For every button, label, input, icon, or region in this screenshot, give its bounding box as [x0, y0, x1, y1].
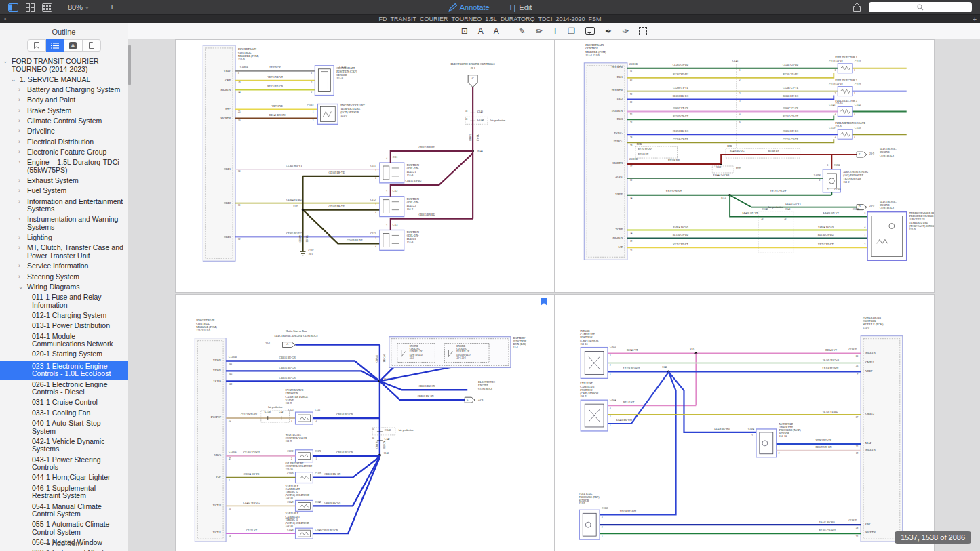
text-icon[interactable]: T: [553, 27, 557, 35]
svg-text:RE456 BU-OG: RE456 BU-OG: [638, 148, 652, 151]
outline-node[interactable]: ›Brake System: [0, 107, 128, 115]
outline-node[interactable]: ›Information and Entertainment Systems: [0, 198, 128, 213]
chevron-right-icon[interactable]: ›: [18, 96, 20, 104]
chevron-right-icon[interactable]: ›: [18, 117, 20, 125]
outline-diagram-item[interactable]: 026-1 Electronic Engine Controls - Diese…: [0, 381, 128, 396]
select-icon[interactable]: [639, 27, 647, 35]
chevron-down-icon[interactable]: ⌄: [11, 76, 16, 84]
outline-node[interactable]: ›Service Information: [0, 262, 128, 270]
pages-tab[interactable]: [83, 39, 101, 52]
chevron-right-icon[interactable]: ›: [18, 244, 20, 252]
svg-text:S143: S143: [293, 205, 298, 208]
chevron-right-icon[interactable]: ›: [18, 127, 20, 136]
svg-text:CE205 GN-BU: CE205 GN-BU: [673, 64, 689, 66]
outline-diagram-item[interactable]: 014-1 Module Communications Network: [0, 333, 128, 348]
outline-node[interactable]: ›Driveline: [0, 127, 128, 136]
outline-diagram-item[interactable]: 012-1 Charging System: [0, 312, 128, 320]
sketch-icon[interactable]: ⊡: [461, 27, 468, 35]
outline-node[interactable]: ›Instrumentation and Warning Systems: [0, 216, 128, 231]
signature-icon[interactable]: ✒: [605, 27, 612, 35]
zoom-level-dropdown[interactable]: 80% ⌄: [68, 3, 90, 12]
outline-diagram-item[interactable]: 055-1 Automatic Climate Control System: [0, 521, 128, 536]
outline-node[interactable]: ›Electronic Feature Group: [0, 148, 128, 157]
tab-bar: × FD_TRANSIT_COURIER_TOURNEO_1.5L_DURATO…: [0, 15, 980, 23]
annotations-icon: A: [69, 42, 77, 49]
outline-node[interactable]: ›Climate Control System: [0, 117, 128, 125]
outline-diagram-item[interactable]: 043-1 Power Steering Controls: [0, 456, 128, 472]
svg-text:C123: C123: [315, 409, 320, 411]
chevron-right-icon[interactable]: ›: [18, 216, 20, 224]
bookmark-marker-icon[interactable]: [541, 296, 547, 308]
annotations-tab[interactable]: A: [64, 39, 83, 52]
outline-diagram-item[interactable]: 044-1 Horn;Cigar Lighter: [0, 474, 128, 482]
outline-node[interactable]: ⌄FORD TRANSIT COURIER TOURNEO (2014-2023…: [0, 58, 128, 73]
outline-node[interactable]: ›MT, Clutch, Transfer Case and Power Tra…: [0, 244, 128, 260]
chevron-down-icon[interactable]: ⌄: [3, 58, 8, 66]
outline-diagram-item[interactable]: 042-1 Vehicle Dynamic Systems: [0, 438, 128, 453]
chevron-right-icon[interactable]: ›: [18, 107, 20, 115]
outline-diagram-item[interactable]: 046-1 Supplemental Restraint System: [0, 485, 128, 500]
annotate-button[interactable]: Annotate: [448, 3, 490, 12]
document-scroll-area[interactable]: POWERTRAINCONTROLMODULE (PCM)151-9VREFCK…: [128, 39, 980, 551]
chevron-right-icon[interactable]: ›: [18, 234, 20, 242]
marker-icon[interactable]: ✏: [536, 27, 543, 35]
chevron-right-icon[interactable]: ›: [18, 138, 20, 146]
chevron-right-icon[interactable]: ›: [18, 148, 20, 157]
outline-node[interactable]: ⌄1. SERVICE MANUAL: [0, 76, 128, 84]
pen-icon[interactable]: ✑: [622, 27, 629, 35]
chevron-right-icon[interactable]: ›: [18, 86, 20, 94]
outline-node[interactable]: ›Body and Paint: [0, 96, 128, 104]
chevron-right-icon[interactable]: ›: [18, 187, 20, 195]
svg-text:CE460 VT-WH: CE460 VT-WH: [243, 451, 260, 454]
chevron-right-icon[interactable]: ›: [18, 177, 20, 185]
outline-diagram-item[interactable]: 040-1 Auto-Start-Stop System: [0, 420, 128, 435]
outline-node[interactable]: ›Electrical Distribution: [0, 138, 128, 146]
pencil-icon[interactable]: ✎: [519, 27, 526, 35]
share-button[interactable]: [853, 3, 861, 12]
svg-text:late production: late production: [490, 119, 505, 122]
outline-diagram-item[interactable]: 023-1 Electronic Engine Controls - 1.0L …: [0, 361, 128, 380]
bookmarks-tab[interactable]: [27, 39, 46, 52]
contact-sheet-button[interactable]: [42, 3, 52, 12]
outline-node[interactable]: ›Fuel System: [0, 187, 128, 195]
text-style-icon[interactable]: A: [478, 27, 484, 35]
vertical-scrollbar-thumb[interactable]: [128, 45, 131, 85]
outline-diagram-item[interactable]: 013-1 Power Distribution: [0, 322, 128, 330]
shapes-icon[interactable]: ❐: [568, 27, 575, 35]
new-tab-button[interactable]: +: [973, 16, 977, 23]
chevron-right-icon[interactable]: ›: [18, 159, 20, 167]
outline-diagram-item[interactable]: 054-1 Manual Climate Control System: [0, 503, 128, 518]
chevron-right-icon[interactable]: ›: [18, 262, 20, 270]
add-item-button[interactable]: + Add Item: [0, 539, 128, 547]
zoom-out-button[interactable]: −: [97, 4, 102, 11]
chevron-right-icon[interactable]: ›: [18, 198, 20, 206]
outline-node[interactable]: ›Steering System: [0, 273, 128, 281]
tab-close-button[interactable]: ×: [3, 16, 7, 22]
outline-node[interactable]: ›Engine – 1.5L Duratorq-TDCi (55kW75PS): [0, 159, 128, 174]
chevron-down-icon[interactable]: ⌄: [18, 283, 24, 291]
outline-list-tab[interactable]: [46, 39, 64, 52]
chevron-right-icon[interactable]: ›: [18, 273, 20, 281]
search-input[interactable]: [869, 2, 972, 12]
outline-item-label: 031-1 Cruise Control: [32, 398, 98, 406]
outline-diagram-item[interactable]: 033-1 Cooling Fan: [0, 409, 128, 417]
svg-text:1: 1: [311, 72, 312, 75]
outline-diagram-item[interactable]: 011-1 Fuse and Relay Information: [0, 293, 128, 309]
svg-text:CBB16 BU-GN: CBB16 BU-GN: [279, 356, 296, 359]
outline-node[interactable]: ›Exhaust System: [0, 177, 128, 185]
sidebar-toggle-button[interactable]: [8, 3, 18, 12]
zoom-in-button[interactable]: +: [109, 4, 115, 11]
outline-diagram-item[interactable]: 020-1 Starting System: [0, 350, 128, 359]
edit-button[interactable]: T| Edit: [509, 3, 532, 12]
svg-text:RE207 GN-VT: RE207 GN-VT: [783, 115, 799, 118]
document-pane: ⊡AA✎✏T❐✒✑ POWERTRAINCONTROLMODULE (PCM)1…: [128, 23, 980, 551]
svg-text:2: 2: [864, 243, 865, 246]
document-tab-title[interactable]: FD_TRANSIT_COURIER_TOURNEO_1.5L_DURATORQ…: [378, 16, 601, 22]
thumbnail-view-button[interactable]: [26, 3, 35, 12]
outline-diagram-item[interactable]: 031-1 Cruise Control: [0, 399, 128, 407]
outline-node[interactable]: ›Lighting: [0, 234, 128, 242]
outline-node[interactable]: ⌄Wiring Diagrams: [0, 283, 128, 291]
note-icon[interactable]: [585, 27, 595, 35]
outline-node[interactable]: ›Battery and Charging System: [0, 86, 128, 94]
text-size-icon[interactable]: A: [494, 27, 499, 35]
